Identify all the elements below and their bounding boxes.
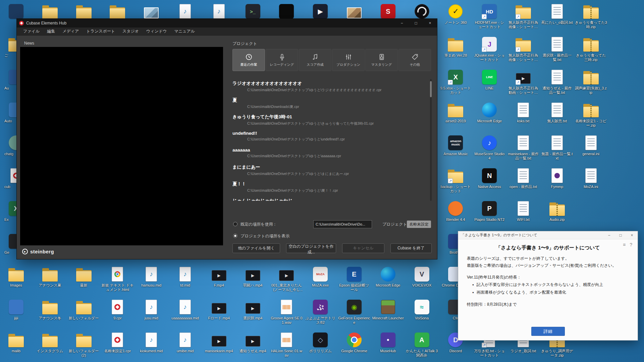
menu-item[interactable]: マニュアル [170, 28, 198, 34]
desktop-icon[interactable]: ▶F.mp4 [203, 266, 235, 288]
desktop-icon[interactable]: J↗JQuake.exe - ショートカット [473, 36, 505, 62]
list-menu-icon[interactable]: ≡ [623, 242, 626, 247]
desktop-icon[interactable]: S [372, 3, 404, 20]
tab-mastering[interactable]: マスタリング [365, 49, 398, 71]
desktop-icon[interactable]: Images [0, 266, 32, 288]
desktop-icon[interactable]: Groove Agent SE 01.wav [270, 299, 303, 325]
desktop-icon[interactable]: MoZAMoZA.exe [304, 266, 336, 288]
desktop-icon[interactable]: ♪ [169, 3, 201, 20]
create-empty-project-button[interactable]: 空白のプロジェクトを作成... [286, 243, 336, 253]
cancel-button[interactable]: キャンセル [342, 243, 384, 253]
desktop-icon[interactable]: 名称未設定1 - コピー.zip [575, 102, 607, 128]
open-other-file-button[interactable]: 他のファイルを開く [232, 243, 280, 253]
desktop-icon[interactable] [34, 3, 66, 20]
tab-recent[interactable]: 最近の作業 [232, 49, 265, 71]
desktop-icon[interactable] [68, 3, 100, 20]
default-location-input[interactable]: C:\Users\malib\OneDrive\Do... [313, 220, 372, 228]
toast-minimize-button[interactable]: − [603, 231, 615, 239]
desktop-icon[interactable]: 通知うぜえ - 親作品一覧.txt [541, 69, 573, 95]
desktop-icon[interactable]: インスタグラム [34, 332, 66, 353]
desktop-icon[interactable]: 新しいフォルダー (2) [68, 332, 100, 358]
desktop-icon[interactable]: ♪td.mid [169, 266, 201, 288]
desktop-icon[interactable]: airset2-2019 [439, 102, 472, 123]
toast-maximize-button[interactable]: □ [615, 231, 626, 239]
desktop-icon[interactable]: 9.cpr [101, 299, 133, 320]
desktop-icon[interactable]: Microsoft Edge [372, 266, 404, 288]
desktop-icon[interactable]: ▶↗無人販売不正行為動画 - ショートカット [507, 69, 539, 95]
desktop-icon[interactable]: Aかんたん！AITalk 3 関西弁 [406, 332, 438, 358]
desktop-icon[interactable]: ksks.txt [507, 102, 539, 123]
desktop-icon[interactable]: ▶通知うぜえ.mp4 [237, 332, 269, 353]
desktop-icon[interactable]: PPiapro Studio NT2 [473, 200, 505, 222]
desktop-icon[interactable]: ♪ [203, 3, 235, 20]
recent-project-item[interactable]: undefined!!C:\Users\malib\OneDrive\デスクトッ… [232, 131, 426, 147]
desktop-icon[interactable]: general.ini [575, 135, 607, 156]
desktop-icon[interactable]: ▶羽屍ハ.mp4 [237, 266, 269, 288]
desktop-icon[interactable]: ▶Fロード.mp4 [203, 299, 235, 320]
desktop-icon[interactable]: ♪hamusu.mid [135, 266, 167, 288]
desktop-icon[interactable]: ▶選択肢.mp4 [237, 299, 269, 320]
desktop-icon[interactable] [101, 3, 133, 20]
desktop-icon[interactable]: 名称未設定1.cpr [101, 332, 133, 353]
desktop-icon[interactable]: ♪umibe.mid [169, 332, 201, 353]
desktop-icon[interactable]: ↗無人販売不正行為画像 - ショートカット [507, 36, 539, 62]
desktop-icon[interactable]: EEpson 接続診断ツール [338, 266, 370, 292]
recent-project-item[interactable]: まにまにあーC:\Users\malib\OneDrive\デスクトップ\ゆうと… [232, 164, 426, 181]
desktop-icon[interactable]: Microsoft Edge [473, 102, 505, 123]
use-default-location-radio[interactable] [233, 222, 237, 226]
desktop-icon[interactable]: きゅうり食ってた3時.zip [575, 3, 607, 29]
desktop-icon[interactable]: manisekann - 親作品一覧.txt [507, 135, 539, 161]
recent-project-item[interactable]: きゅうり食ってた午後3時-01C:\Users\malib\OneDrive\デ… [232, 114, 426, 131]
desktop-icon[interactable]: jijii [0, 299, 32, 320]
desktop-icon[interactable]: 無人販売.txt [541, 102, 573, 123]
desktop-icon[interactable]: MoZA.ini [575, 168, 607, 189]
desktop-icon[interactable]: ♪uaaaaaaaaa.mid [169, 299, 201, 320]
desktop-icon[interactable]: ▶manisekarin.mp4 [203, 332, 235, 353]
menu-item[interactable]: ファイル [19, 28, 43, 34]
tab-scoring[interactable]: スコア作成 [299, 49, 331, 71]
recent-project-item[interactable]: 夏C:\Users\malib\Downloads\夏.cpr [232, 97, 426, 114]
desktop-icon[interactable]: ♪jusu.mid [135, 299, 167, 320]
desktop-icon[interactable]: Blender 4.4 [439, 200, 472, 222]
recent-project-item[interactable]: ラジオオオオオオオオオオオオオC:\Users\malib\OneDrive\デ… [232, 80, 426, 97]
desktop-icon[interactable]: ↗backup - ショートカット [439, 168, 472, 193]
desktop-icon[interactable]: HALion Sonic 01.wav [270, 332, 303, 358]
desktop-icon[interactable]: ♪kiokumed.mid [135, 332, 167, 353]
recent-project-item[interactable]: 夏！！C:\Users\malib\OneDrive\デスクトップ\ゆうと\夏！… [232, 181, 426, 198]
desktop-icon[interactable]: ≈VoiSona [406, 299, 438, 320]
hub-titlebar[interactable]: Cubase Elements Hub − □ × [17, 19, 437, 27]
desktop-icon[interactable]: 無題 - 親作品一覧.txt [541, 135, 573, 161]
desktop-icon[interactable]: ◇ポリリリズム [304, 332, 336, 353]
desktop-icon[interactable]: X↗9.5.xlsx - ショートカット [439, 69, 472, 95]
project-name-input[interactable]: 名称未設定 [407, 221, 431, 228]
desktop-icon[interactable]: ♪MuseScore Studio 4 [473, 135, 505, 161]
desktop-icon[interactable] [0, 3, 32, 20]
desktop-icon[interactable]: Fymmp [541, 168, 573, 189]
desktop-icon[interactable]: ▶ [304, 3, 336, 20]
desktop-icon[interactable]: きゅうり食ってた三時.zip [575, 36, 607, 62]
tab-recording[interactable]: レコーディング [266, 49, 298, 71]
desktop-icon[interactable]: ▶001_東北きりたん(ノーマル)_今しゃ... [270, 266, 303, 292]
desktop-icon[interactable]: 選択肢 - 親作品一覧.txt [541, 36, 573, 62]
scrollbar-thumb[interactable] [430, 81, 432, 97]
menu-item[interactable]: ウィンドウ [143, 28, 170, 34]
desktop-icon[interactable]: malib [0, 332, 32, 353]
desktop-icon[interactable]: 新規 テキスト ドキュメント.html [101, 266, 133, 292]
desktop-icon[interactable] [406, 3, 438, 20]
scrollbar[interactable] [430, 79, 432, 201]
desktop-icon[interactable]: ぷぷよぷよ™テトリス®2 [304, 299, 336, 325]
desktop-icon[interactable]: 新しいフォルダー [68, 299, 100, 320]
desktop-icon[interactable]: 最新 [68, 266, 100, 288]
desktop-icon[interactable]: ↗無人販売不正行為画像 - ショートカッ... [507, 3, 539, 29]
close-button[interactable]: × [423, 19, 437, 27]
desktop-icon[interactable]: ✓ノートン 360 [439, 3, 472, 25]
desktop-icon[interactable]: アナウンス冬 [34, 299, 66, 320]
desktop-icon[interactable]: 調声練習(失敗)_3.zip [575, 69, 607, 95]
help-icon[interactable]: ? [630, 242, 632, 247]
desktop-icon[interactable] [270, 3, 303, 20]
desktop-icon[interactable]: open - 親作品.txt [507, 168, 539, 189]
menu-item[interactable]: スタジオ [119, 28, 143, 34]
desktop-icon[interactable]: LINELINE [473, 69, 505, 90]
desktop-icon[interactable]: amazon musicAmazon Music [439, 135, 472, 156]
minimize-button[interactable]: − [395, 19, 409, 27]
